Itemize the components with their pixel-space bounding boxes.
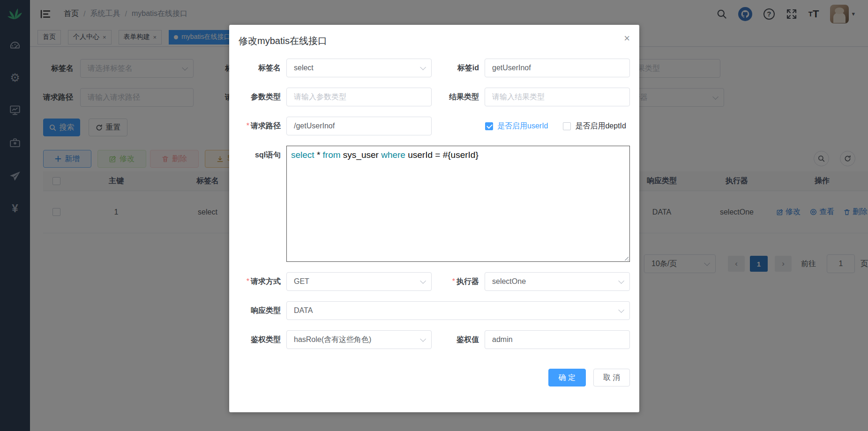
select-value: DATA: [294, 306, 313, 315]
edit-mybatis-api-dialog: 修改mybatis在线接口 × 标签名 select 标签id 参数类型 结果类…: [229, 25, 639, 412]
dialog-footer: 确 定 取 消: [239, 369, 630, 386]
chevron-down-icon: [618, 278, 624, 284]
tag-id-label: 标签id: [432, 59, 485, 77]
app: ⚙ ¥ 首页 / 系统工具: [0, 0, 868, 431]
label-text: 请求路径: [251, 122, 281, 130]
request-method-label: *请求方式: [239, 272, 286, 291]
required-mark: *: [247, 277, 249, 285]
select-value: GET: [294, 277, 309, 286]
chevron-down-icon: [420, 278, 426, 284]
chevron-down-icon: [420, 336, 426, 342]
auth-value-field[interactable]: [492, 335, 622, 344]
result-type-label: 结果类型: [432, 88, 485, 106]
auth-type-select[interactable]: hasRole(含有这些角色): [286, 330, 432, 349]
tag-name-label: 标签名: [239, 59, 286, 77]
response-type-select[interactable]: DATA: [286, 301, 630, 320]
form-row: 响应类型 DATA: [239, 301, 630, 320]
sql-text: userId = #{userId}: [405, 150, 479, 160]
executor-select[interactable]: selectOne: [485, 272, 630, 291]
chevron-down-icon: [420, 64, 426, 70]
sql-text: *: [314, 150, 323, 160]
cancel-button[interactable]: 取 消: [593, 369, 630, 386]
sql-keyword: where: [381, 150, 405, 160]
form-row: *请求方式 GET *执行器 selectOne: [239, 272, 630, 291]
response-type-label: 响应类型: [239, 301, 286, 320]
tag-id-input[interactable]: [485, 59, 630, 77]
auth-type-label: 鉴权类型: [239, 330, 286, 349]
form-row: sql语句 select * from sys_user where userI…: [239, 146, 630, 262]
sql-text: sys_user: [341, 150, 382, 160]
request-path-label: *请求路径: [239, 117, 286, 135]
form-row: 标签名 select 标签id: [239, 59, 630, 77]
checkbox-unchecked-icon[interactable]: [563, 122, 571, 130]
required-mark: *: [452, 277, 455, 285]
request-method-select[interactable]: GET: [286, 272, 432, 291]
tag-id-field[interactable]: [492, 64, 622, 72]
checkbox-label: 是否启用userId: [497, 121, 548, 131]
checkbox-checked-icon[interactable]: [485, 122, 493, 130]
dialog-form: 标签名 select 标签id 参数类型 结果类型: [239, 59, 630, 386]
label-text: 请求方式: [251, 277, 281, 285]
param-type-field[interactable]: [294, 93, 424, 101]
auth-value-input[interactable]: [485, 330, 630, 349]
form-row: *请求路径 是否启用userId 是否启用deptId: [239, 117, 630, 135]
request-path-input[interactable]: [286, 117, 432, 135]
tag-name-select[interactable]: select: [286, 59, 432, 77]
select-value: selectOne: [492, 277, 526, 286]
close-icon[interactable]: ×: [624, 33, 630, 44]
form-row: 参数类型 结果类型: [239, 88, 630, 106]
auth-value-label: 鉴权值: [432, 330, 485, 349]
result-type-field[interactable]: [492, 93, 622, 101]
sql-editor[interactable]: select * from sys_user where userId = #{…: [286, 146, 630, 262]
sql-keyword: from: [323, 150, 341, 160]
resize-handle[interactable]: [623, 255, 629, 260]
confirm-button[interactable]: 确 定: [548, 369, 586, 386]
request-path-field[interactable]: [294, 122, 424, 130]
select-value: select: [294, 64, 314, 72]
dialog-title: 修改mybatis在线接口: [239, 34, 630, 47]
sql-keyword: select: [291, 150, 314, 160]
form-row: 鉴权类型 hasRole(含有这些角色) 鉴权值: [239, 330, 630, 349]
enable-flags: 是否启用userId 是否启用deptId: [485, 117, 626, 135]
sql-label: sql语句: [239, 146, 286, 164]
result-type-input[interactable]: [485, 88, 630, 106]
select-value: hasRole(含有这些角色): [294, 335, 371, 345]
param-type-input[interactable]: [286, 88, 432, 106]
label-text: 执行器: [456, 277, 479, 285]
chevron-down-icon: [618, 307, 624, 313]
param-type-label: 参数类型: [239, 88, 286, 106]
checkbox-label: 是否启用deptId: [575, 121, 626, 131]
required-mark: *: [247, 122, 249, 130]
enable-userid-checkbox[interactable]: 是否启用userId: [485, 121, 548, 131]
enable-deptid-checkbox[interactable]: 是否启用deptId: [563, 121, 626, 131]
executor-label: *执行器: [432, 272, 485, 291]
